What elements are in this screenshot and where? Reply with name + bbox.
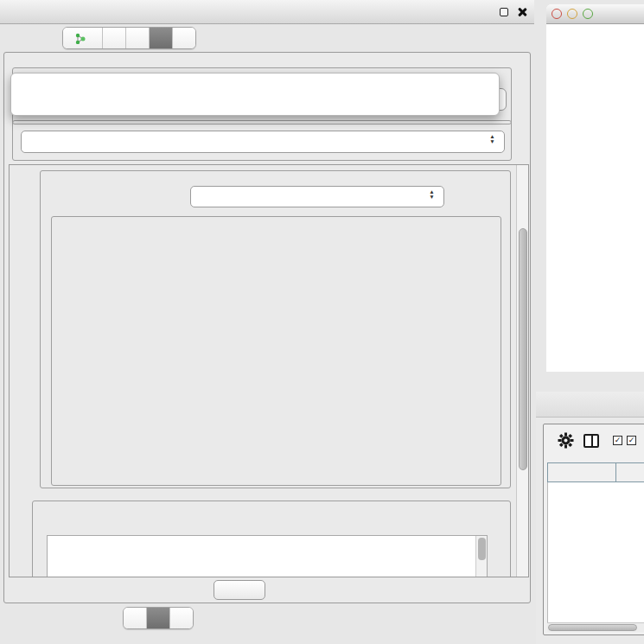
network-canvas[interactable] bbox=[546, 24, 644, 372]
network-window-frame bbox=[536, 0, 644, 392]
network-window-titlebar[interactable] bbox=[546, 4, 644, 24]
tab-discretize-data[interactable] bbox=[147, 608, 170, 628]
tab-jactivemnodules[interactable] bbox=[173, 28, 195, 48]
table-h-scrollbar[interactable] bbox=[547, 622, 644, 632]
number-of-intervals-spinner[interactable]: ▲▼ bbox=[190, 186, 444, 207]
scrollbar-thumb[interactable] bbox=[519, 228, 527, 470]
minimize-traffic-light[interactable] bbox=[567, 9, 577, 19]
split-columns-icon[interactable] bbox=[583, 434, 599, 448]
table-panel-header bbox=[536, 392, 644, 418]
interval-definition-group: ▲▼ bbox=[40, 170, 511, 488]
checkbox-icon[interactable]: ✓ bbox=[613, 436, 622, 445]
algorithm-dropdown-popup bbox=[10, 73, 500, 116]
scrollbar-thumb[interactable] bbox=[548, 624, 637, 631]
tab-infer-network[interactable] bbox=[170, 608, 193, 628]
zoom-traffic-light[interactable] bbox=[583, 9, 593, 19]
table-header-row bbox=[547, 462, 644, 482]
control-panel-titlebar bbox=[0, 0, 534, 24]
network-window bbox=[546, 4, 644, 372]
checkbox-icon[interactable]: ✓ bbox=[627, 436, 636, 445]
close-traffic-light[interactable] bbox=[552, 9, 562, 19]
tab-network[interactable] bbox=[63, 28, 103, 48]
gear-icon[interactable] bbox=[558, 432, 574, 452]
close-panel-icon[interactable] bbox=[517, 7, 527, 17]
control-panel-tabs bbox=[62, 27, 196, 49]
application-window: ▲▼ ▲▼ ▲▼ bbox=[0, 0, 644, 644]
table-panel: ✓ ✓ bbox=[536, 418, 644, 644]
thresholds-group bbox=[51, 216, 501, 486]
bottom-tabs bbox=[123, 607, 194, 629]
network-icon bbox=[74, 33, 86, 44]
tab-cyni-toolbox[interactable] bbox=[150, 28, 173, 48]
table-rows bbox=[547, 482, 644, 622]
column-header-shared-name[interactable] bbox=[548, 463, 615, 481]
table-data-combobox[interactable]: ▲▼ bbox=[21, 131, 505, 153]
float-window-icon[interactable] bbox=[500, 8, 508, 16]
settings-scroll-area: ▲▼ bbox=[9, 164, 529, 577]
spinner-arrows-icon[interactable]: ▲▼ bbox=[428, 189, 436, 200]
attributes-to-discretize-group bbox=[32, 501, 511, 577]
table-panel-inner: ✓ ✓ bbox=[543, 424, 644, 635]
numerical-attributes-list[interactable] bbox=[47, 535, 488, 577]
list-scrollbar[interactable] bbox=[475, 536, 487, 577]
column-header-name[interactable] bbox=[615, 463, 644, 481]
settings-scrollbar[interactable] bbox=[516, 165, 529, 577]
scrollbar-thumb[interactable] bbox=[478, 538, 486, 560]
combo-arrows-icon: ▲▼ bbox=[488, 134, 496, 144]
tab-style[interactable] bbox=[103, 28, 126, 48]
tab-impute-data[interactable] bbox=[124, 608, 147, 628]
tab-select[interactable] bbox=[126, 28, 150, 48]
apply-button[interactable] bbox=[214, 580, 265, 600]
